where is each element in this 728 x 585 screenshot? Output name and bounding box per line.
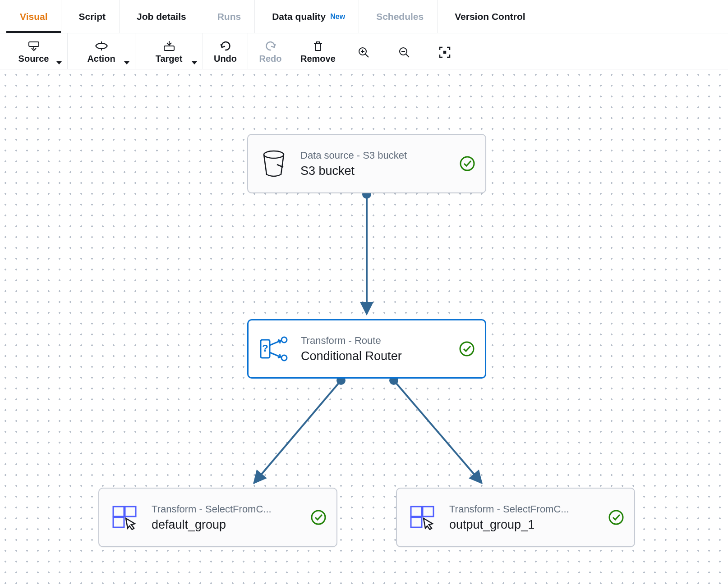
- source-icon: [28, 40, 40, 52]
- tab-schedules-label: Schedules: [376, 11, 424, 22]
- svg-point-25: [461, 157, 474, 170]
- svg-point-23: [264, 151, 284, 158]
- node-conditional-router[interactable]: ? Transform - Route Conditional Router: [247, 319, 486, 379]
- svg-rect-38: [411, 507, 422, 516]
- select-from-collection-icon: [109, 502, 141, 533]
- tab-job-details[interactable]: Job details: [123, 0, 200, 33]
- svg-rect-34: [125, 507, 136, 516]
- svg-rect-0: [29, 42, 39, 46]
- tab-runs-label: Runs: [217, 11, 241, 22]
- chevron-down-icon: [192, 61, 197, 64]
- chevron-down-icon: [56, 61, 62, 64]
- fit-view-icon: [439, 46, 451, 58]
- node-output-group-1[interactable]: Transform - SelectFromC... output_group_…: [396, 488, 635, 547]
- svg-point-31: [281, 355, 287, 361]
- svg-point-2: [96, 43, 107, 49]
- target-label: Target: [156, 54, 183, 64]
- svg-rect-39: [423, 507, 433, 516]
- zoom-in-button[interactable]: [343, 33, 384, 69]
- remove-label: Remove: [300, 54, 336, 64]
- tab-script-label: Script: [78, 11, 106, 22]
- svg-rect-35: [113, 517, 124, 527]
- svg-rect-40: [411, 517, 422, 527]
- fit-view-button[interactable]: [424, 33, 465, 69]
- bucket-icon: [258, 148, 290, 179]
- tab-job-details-label: Job details: [137, 11, 186, 22]
- svg-marker-36: [126, 518, 135, 530]
- node-text: Transform - Route Conditional Router: [301, 335, 455, 363]
- select-from-collection-icon: [407, 502, 438, 533]
- new-badge: New: [330, 13, 345, 21]
- redo-label: Redo: [259, 54, 282, 64]
- graph-canvas[interactable]: Data source - S3 bucket S3 bucket ? Tran…: [0, 69, 728, 585]
- zoom-in-icon: [358, 46, 369, 58]
- svg-point-42: [609, 511, 623, 524]
- svg-point-29: [281, 337, 287, 343]
- action-label: Action: [87, 54, 115, 64]
- svg-line-22: [394, 380, 482, 483]
- svg-rect-33: [113, 507, 124, 516]
- target-icon: [163, 40, 175, 52]
- node-title: S3 bucket: [300, 164, 456, 178]
- node-title: Conditional Router: [301, 349, 455, 363]
- svg-text:?: ?: [262, 343, 268, 354]
- svg-rect-16: [444, 51, 446, 53]
- node-text: Transform - SelectFromC... default_group: [152, 503, 307, 532]
- source-label: Source: [18, 54, 49, 64]
- tab-runs: Runs: [204, 0, 255, 33]
- node-default-group[interactable]: Transform - SelectFromC... default_group: [98, 488, 337, 547]
- tab-data-quality[interactable]: Data quality New: [258, 0, 359, 33]
- status-ok-icon: [459, 155, 475, 172]
- redo-icon: [265, 40, 276, 52]
- node-text: Transform - SelectFromC... output_group_…: [449, 503, 604, 532]
- svg-marker-41: [424, 518, 433, 530]
- status-ok-icon: [608, 509, 624, 526]
- redo-button: Redo: [248, 33, 293, 69]
- undo-button[interactable]: Undo: [203, 33, 248, 69]
- tab-visual[interactable]: Visual: [6, 0, 61, 33]
- undo-icon: [220, 40, 231, 52]
- svg-line-14: [406, 54, 409, 57]
- svg-point-37: [312, 511, 325, 524]
- svg-point-32: [460, 342, 474, 356]
- source-dropdown[interactable]: Source: [0, 33, 68, 69]
- svg-line-28: [270, 341, 281, 345]
- node-subtitle: Data source - S3 bucket: [300, 150, 456, 161]
- svg-line-20: [254, 380, 341, 483]
- svg-line-10: [365, 54, 369, 57]
- node-subtitle: Transform - SelectFromC...: [449, 503, 604, 515]
- action-dropdown[interactable]: Action: [68, 33, 135, 69]
- zoom-out-icon: [398, 46, 410, 58]
- remove-button[interactable]: Remove: [293, 33, 343, 69]
- tab-version-control-label: Version Control: [455, 11, 525, 22]
- node-subtitle: Transform - SelectFromC...: [152, 503, 307, 515]
- chevron-down-icon: [124, 61, 129, 64]
- svg-line-30: [270, 352, 281, 357]
- toolbar: Source Action Target: [0, 33, 728, 69]
- target-dropdown[interactable]: Target: [135, 33, 203, 69]
- status-ok-icon: [310, 509, 327, 526]
- trash-icon: [313, 40, 323, 52]
- node-title: default_group: [152, 518, 307, 532]
- node-title: output_group_1: [449, 518, 604, 532]
- tab-version-control[interactable]: Version Control: [441, 0, 539, 33]
- tab-visual-label: Visual: [20, 11, 47, 22]
- tab-schedules: Schedules: [363, 0, 438, 33]
- svg-rect-8: [164, 46, 174, 50]
- tab-bar: Visual Script Job details Runs Data qual…: [0, 0, 728, 33]
- tab-script[interactable]: Script: [65, 0, 120, 33]
- zoom-out-button[interactable]: [384, 33, 424, 69]
- node-subtitle: Transform - Route: [301, 335, 455, 347]
- router-icon: ?: [258, 333, 290, 365]
- action-icon: [95, 40, 108, 52]
- status-ok-icon: [459, 341, 475, 357]
- node-text: Data source - S3 bucket S3 bucket: [300, 150, 456, 178]
- node-s3-bucket[interactable]: Data source - S3 bucket S3 bucket: [247, 134, 486, 193]
- tab-data-quality-label: Data quality: [272, 11, 326, 22]
- undo-label: Undo: [214, 54, 237, 64]
